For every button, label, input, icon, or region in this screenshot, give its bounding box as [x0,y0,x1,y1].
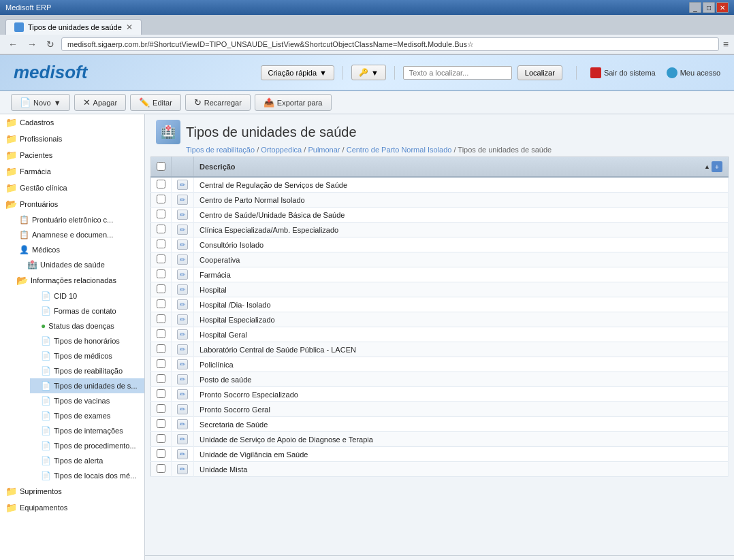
sidebar-item-gestao[interactable]: 📁 Gestão clínica [0,180,144,196]
row-edit-btn[interactable]: ✏ [177,374,188,384]
row-edit-btn[interactable]: ✏ [177,464,188,474]
row-edit-btn[interactable]: ✏ [177,269,188,280]
exportar-btn[interactable]: 📤 Exportar para [255,94,332,111]
breadcrumb-link-2[interactable]: Ortoppedica [261,146,302,154]
sidebar-item-tipos-unidades[interactable]: 📄 Tipos de unidades de s... [30,378,144,393]
row-edit-btn[interactable]: ✏ [177,344,188,355]
apagar-btn[interactable]: ✕ Apagar [74,94,126,111]
breadcrumb-link-1[interactable]: Tipos de reabilitação [186,146,255,154]
maximize-btn[interactable]: □ [703,2,715,13]
sidebar-item-unidades-saude[interactable]: 🏥 Unidades de saúde [16,257,144,272]
sidebar-item-cid10[interactable]: 📄 CID 10 [30,289,144,303]
sidebar-item-tipos-alerta[interactable]: 📄 Tipos de alerta [30,453,144,468]
breadcrumb-link-4[interactable]: Centro de Parto Normal Isolado [347,146,452,154]
row-checkbox[interactable] [157,180,165,188]
sidebar-item-tipos-vacinas[interactable]: 📄 Tipos de vacinas [30,393,144,408]
breadcrumb-link-3[interactable]: Pulmonar [308,146,340,154]
row-checkbox[interactable] [157,419,165,428]
row-edit-btn[interactable]: ✏ [177,434,188,444]
row-checkbox[interactable] [157,284,165,293]
row-checkbox[interactable] [157,299,165,308]
sidebar-item-tipos-reabilitacao[interactable]: 📄 Tipos de reabilitação [30,363,144,378]
browser-menu-btn[interactable]: ≡ [723,39,729,50]
add-column-btn[interactable]: + [712,161,722,172]
sidebar-item-medicos[interactable]: 👤 Médicos [16,242,144,257]
sidebar-item-farmacia[interactable]: 📁 Farmácia [0,163,144,180]
shortcut-btn[interactable]: 🔑 ▼ [351,65,386,80]
localizar-btn[interactable]: Localizar [517,65,562,80]
sidebar-item-equipamentos[interactable]: 📁 Equipamentos [0,499,144,516]
row-checkbox[interactable] [157,225,165,233]
sidebar-item-suprimentos[interactable]: 📁 Suprimentos [0,483,144,499]
refresh-btn[interactable]: ↻ [44,37,57,51]
novo-dropdown-icon: ▼ [54,99,61,107]
row-edit-btn[interactable]: ✏ [177,284,188,295]
row-checkbox[interactable] [157,434,165,443]
sidebar-item-profissionais[interactable]: 📁 Profissionais [0,131,144,147]
row-edit-btn[interactable]: ✏ [177,359,188,369]
data-table: Descrição ▲ + ✏ Central de [150,157,729,477]
sidebar-item-tipos-internacoes[interactable]: 📄 Tipos de internações [30,423,144,438]
search-input[interactable] [403,66,512,80]
row-checkbox[interactable] [157,195,165,203]
sidebar-item-informacoes[interactable]: 📂 Informações relacionadas [16,272,144,289]
my-access-btn[interactable]: Meu acesso [667,67,720,78]
address-bar[interactable] [61,37,719,51]
row-edit-btn[interactable]: ✏ [177,254,188,265]
sidebar-item-anamnese[interactable]: 📋 Anamnese e documen... [8,227,144,242]
row-edit-btn[interactable]: ✏ [177,329,188,340]
col-header-descricao[interactable]: Descrição ▲ + [194,157,729,178]
row-checkbox[interactable] [157,359,165,368]
row-checkbox[interactable] [157,344,165,353]
browser-tab[interactable]: Tipos de unidades de saúde ✕ [5,19,142,35]
editar-btn[interactable]: ✏️ Editar [130,94,181,111]
back-btn[interactable]: ← [5,37,20,51]
row-checkbox-cell [151,193,172,208]
row-edit-btn[interactable]: ✏ [177,404,188,414]
sort-asc-icon[interactable]: ▲ [704,163,710,170]
sidebar-item-tipos-locais[interactable]: 📄 Tipos de locais dos mé... [30,468,144,483]
row-checkbox[interactable] [157,210,165,218]
close-btn[interactable]: ✕ [716,2,729,13]
row-edit-btn[interactable]: ✏ [177,240,188,250]
row-edit-btn[interactable]: ✏ [177,419,188,429]
row-checkbox[interactable] [157,389,165,398]
row-checkbox[interactable] [157,449,165,458]
recarregar-btn[interactable]: ↻ Recarregar [185,94,251,111]
sidebar-item-tipos-procedimentos[interactable]: 📄 Tipos de procedimento... [30,438,144,453]
row-edit-btn[interactable]: ✏ [177,225,188,235]
row-edit-btn[interactable]: ✏ [177,180,188,190]
row-edit-cell: ✏ [172,208,194,223]
row-edit-btn[interactable]: ✏ [177,210,188,220]
row-edit-btn[interactable]: ✏ [177,449,188,459]
row-edit-btn[interactable]: ✏ [177,389,188,399]
sidebar-item-prontuario-eletronico[interactable]: 📋 Prontuário eletrônico c... [8,212,144,227]
criacao-rapida-btn[interactable]: Criação rápida ▼ [261,65,334,80]
row-edit-btn[interactable]: ✏ [177,195,188,205]
sidebar-item-tipos-medicos[interactable]: 📄 Tipos de médicos [30,348,144,363]
sidebar-item-tipos-honorarios[interactable]: 📄 Tipos de honorários [30,333,144,348]
sidebar-item-prontuarios[interactable]: 📂 Prontuários [0,196,144,212]
sidebar-item-formas-contato[interactable]: 📄 Formas de contato [30,303,144,318]
row-checkbox[interactable] [157,374,165,383]
forward-btn[interactable]: → [25,37,39,51]
sidebar-item-tipos-exames[interactable]: 📄 Tipos de exames [30,408,144,423]
row-checkbox[interactable] [157,240,165,248]
sidebar-item-status-doencas[interactable]: ● Status das doenças [30,318,144,333]
row-checkbox[interactable] [157,329,165,338]
sidebar-item-cadastros[interactable]: 📁 Cadastros [0,114,144,131]
row-checkbox[interactable] [157,269,165,278]
minimize-btn[interactable]: _ [689,2,701,13]
row-descricao: Hospital Geral [194,327,729,342]
row-checkbox[interactable] [157,314,165,323]
sidebar-item-pacientes[interactable]: 📁 Pacientes [0,147,144,163]
row-edit-btn[interactable]: ✏ [177,299,188,310]
tab-close-btn[interactable]: ✕ [126,22,133,32]
row-checkbox[interactable] [157,254,165,263]
select-all-checkbox[interactable] [157,162,165,171]
row-edit-btn[interactable]: ✏ [177,314,188,325]
row-checkbox[interactable] [157,404,165,413]
exit-btn[interactable]: Sair do sistema [590,67,656,78]
row-checkbox[interactable] [157,464,165,473]
novo-btn[interactable]: 📄 Novo ▼ [11,94,70,111]
